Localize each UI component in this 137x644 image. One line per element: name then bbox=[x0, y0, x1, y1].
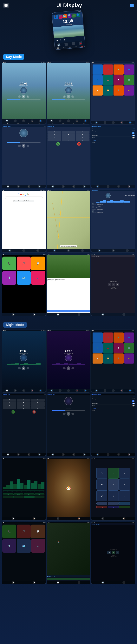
nnum-4[interactable]: 4 bbox=[3, 402, 16, 404]
cp-spotify[interactable]: 🎶 bbox=[31, 271, 45, 285]
nav-night-btn[interactable]: Night bbox=[108, 506, 119, 508]
nds1-email[interactable]: 📧 bbox=[6, 389, 8, 392]
nds-btc-email[interactable]: 📧 bbox=[6, 453, 9, 456]
nnum-5[interactable]: 5 bbox=[17, 402, 30, 404]
num-0[interactable]: 0 bbox=[62, 139, 75, 142]
ds2-next[interactable]: ⏭ bbox=[72, 96, 74, 98]
nav-zoom-out[interactable]: - bbox=[108, 502, 119, 505]
ncp-music[interactable]: 🎵 bbox=[17, 524, 30, 538]
nds2-phone[interactable]: 📞 bbox=[67, 389, 70, 392]
lm-file1[interactable]: 华东_说走就走.mp3 bbox=[94, 204, 103, 205]
nds3-phone[interactable]: 📞 bbox=[112, 389, 115, 392]
nav-up-left[interactable]: ↖ bbox=[96, 468, 107, 478]
nds-btm-auto[interactable]: 🚗 bbox=[83, 453, 86, 456]
nds-nvc-home[interactable]: 🏠 bbox=[122, 517, 125, 520]
num-4[interactable]: 4 bbox=[48, 134, 61, 136]
ds1-email[interactable]: 📧 bbox=[6, 120, 8, 122]
napp-wechat[interactable]: 💬 bbox=[114, 343, 124, 353]
num-2[interactable]: 2 bbox=[62, 131, 75, 133]
num-hash[interactable]: # bbox=[76, 139, 90, 142]
nnum-1[interactable]: 1 bbox=[3, 399, 16, 401]
nds-btm-play[interactable]: ⏸ bbox=[67, 412, 70, 416]
ds1-next[interactable]: ⏭ bbox=[26, 96, 29, 98]
ds-btm-next[interactable]: ⏭ bbox=[26, 145, 29, 147]
napp-eq[interactable]: 🎚️ bbox=[114, 354, 124, 364]
ds-btm-phone[interactable]: 📞 bbox=[28, 185, 30, 188]
nnum-8[interactable]: 8 bbox=[17, 404, 30, 407]
nds1-auto[interactable]: 🚗 bbox=[30, 389, 34, 392]
lm-file3[interactable]: 华东_说走就走.mp3 bbox=[94, 209, 103, 210]
cp-podcast[interactable]: 🎙️ bbox=[2, 271, 16, 285]
ds2-music[interactable]: ♪ bbox=[59, 120, 62, 122]
nds-btm-prev[interactable]: ⏮ bbox=[63, 413, 66, 415]
ht-play-btn[interactable]: ⏸ bbox=[59, 38, 62, 42]
napp-radio[interactable]: 📻 bbox=[124, 354, 134, 364]
bt-device-1[interactable]: ▶ CarBT bbox=[92, 140, 134, 142]
nauto-answer-toggle[interactable] bbox=[132, 400, 134, 402]
nds-cp-back[interactable]: ◀ bbox=[33, 581, 36, 584]
ds1-bt[interactable]: 🔵 bbox=[39, 120, 42, 122]
ds-bts-auto[interactable]: 🚗 bbox=[128, 185, 130, 188]
nsetting-device-name-value[interactable]: CarBT bbox=[132, 396, 134, 398]
nds3-music[interactable]: ♪ bbox=[104, 389, 106, 392]
nds-btc-music[interactable]: ♪ bbox=[17, 453, 20, 456]
menu-icon[interactable] bbox=[130, 4, 134, 7]
nds1-bt[interactable]: 🔵 bbox=[39, 389, 42, 392]
eq-btn-4[interactable]: FLAT bbox=[34, 493, 44, 496]
nnum-0[interactable]: 0 bbox=[17, 407, 30, 410]
ds3-music[interactable]: ♪ bbox=[104, 121, 106, 124]
nds-nvc-back[interactable]: ◀ bbox=[101, 517, 104, 520]
ds3-phone[interactable]: 📞 bbox=[112, 121, 115, 124]
ds-btc-music[interactable]: ♪ bbox=[62, 185, 64, 188]
ds-btc-auto[interactable]: 🚗 bbox=[83, 185, 86, 188]
nnp-left[interactable]: ↰ bbox=[108, 551, 111, 554]
nav-gps-loc[interactable]: 📍 bbox=[119, 502, 130, 505]
ds2-play[interactable]: ⏸ bbox=[67, 95, 70, 98]
nav-up[interactable]: ↑ bbox=[108, 468, 119, 478]
nnp-right[interactable]: ↱ bbox=[116, 551, 119, 554]
np-turn-right[interactable]: ↱ bbox=[116, 283, 119, 286]
ds-btm-music[interactable]: ♪ bbox=[17, 185, 20, 188]
ds-lm-email[interactable]: 📧 bbox=[98, 249, 101, 252]
nav-left[interactable]: ← bbox=[96, 479, 107, 490]
nbt-device-2[interactable]: iPhone bbox=[92, 410, 134, 411]
ht-dock-music[interactable]: ♪ bbox=[64, 43, 68, 46]
nds-btc-phone[interactable]: 📞 bbox=[28, 453, 30, 456]
nsetting-device-pin-value[interactable]: 0000 bbox=[132, 398, 134, 399]
app-maps[interactable]: 🗺️ bbox=[114, 64, 124, 74]
nds2-prev[interactable]: ⏮ bbox=[63, 367, 66, 370]
nds2-email[interactable]: 📧 bbox=[50, 389, 53, 392]
nds1-music[interactable]: ♪ bbox=[14, 389, 17, 392]
nav-center[interactable]: ⊙ bbox=[108, 479, 119, 490]
nds2-bt[interactable]: 🔵 bbox=[84, 389, 87, 392]
nnum-hash[interactable]: # bbox=[31, 407, 44, 410]
power-toggle[interactable] bbox=[132, 137, 134, 138]
np-turn-left[interactable]: ↰ bbox=[108, 283, 111, 286]
nav-up-right[interactable]: ↗ bbox=[119, 468, 130, 478]
nav-day-btn[interactable]: Day bbox=[96, 506, 107, 508]
app-eq[interactable]: 🎚️ bbox=[114, 86, 124, 96]
ds2-bt[interactable]: 🔵 bbox=[84, 120, 87, 122]
napp-waze[interactable]: 🚗 bbox=[103, 343, 113, 353]
ds-nav-music[interactable]: ♪ bbox=[78, 313, 80, 316]
num-5[interactable]: 5 bbox=[62, 134, 75, 136]
nav-down-left[interactable]: ↙ bbox=[96, 490, 107, 501]
google-search-bar[interactable] bbox=[5, 196, 43, 199]
nds-bts-auto[interactable]: 🚗 bbox=[128, 453, 130, 456]
ht-prev-btn[interactable]: ⏮ bbox=[56, 39, 58, 42]
ht-next-btn[interactable]: ⏭ bbox=[62, 38, 65, 41]
ds2-email[interactable]: 📧 bbox=[50, 120, 53, 122]
call-btn[interactable]: 📞 bbox=[56, 142, 60, 146]
nds2-play[interactable]: ⏸ bbox=[67, 366, 70, 370]
ds-btc-email[interactable]: 📧 bbox=[51, 185, 54, 188]
lm-file2[interactable]: 华东_放说回程.mp3 bbox=[94, 206, 103, 208]
num-9[interactable]: 9 bbox=[76, 136, 90, 138]
ds-btm-email[interactable]: 📧 bbox=[6, 185, 9, 188]
app-wechat[interactable]: 💬 bbox=[114, 75, 124, 85]
nds2-auto[interactable]: 🚗 bbox=[76, 389, 78, 392]
ds-map-email[interactable]: 📧 bbox=[53, 249, 56, 252]
nds-bowl-back[interactable]: ◀ bbox=[56, 517, 60, 520]
ds-np-music[interactable]: ♪ bbox=[122, 313, 125, 316]
eq-btn-6[interactable]: TREBLE bbox=[14, 496, 24, 498]
nds1-prev[interactable]: ⏮ bbox=[18, 367, 21, 370]
